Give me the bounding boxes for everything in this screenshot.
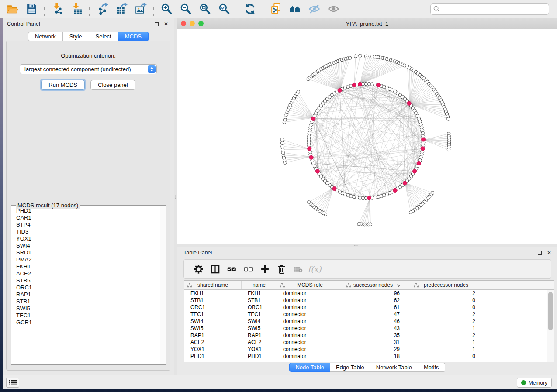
zoom-out-icon[interactable]	[176, 1, 195, 17]
column-header-name[interactable]: name	[242, 281, 277, 289]
table-row[interactable]: YOX1YOX1connector291	[184, 346, 547, 353]
show-columns-icon[interactable]	[207, 261, 223, 276]
show-all-icon[interactable]	[324, 1, 343, 17]
cell: 2	[411, 311, 481, 317]
cell: 2	[411, 290, 481, 296]
cell: ACE2	[242, 339, 277, 345]
export-image-icon[interactable]	[131, 1, 150, 17]
network-canvas[interactable]	[177, 29, 557, 244]
tab-style[interactable]: Style	[63, 32, 89, 41]
cell: 29	[343, 346, 411, 352]
table-scrollbar[interactable]	[547, 290, 554, 362]
splitter-grip[interactable]	[175, 195, 176, 199]
tab-mcds[interactable]: MCDS	[118, 32, 149, 41]
first-neighbors-icon[interactable]	[285, 1, 304, 17]
network-window: YPA_prune.txt_1	[177, 18, 557, 244]
float-panel-icon[interactable]	[536, 250, 543, 256]
run-mcds-button[interactable]: Run MCDS	[41, 80, 85, 90]
sort-desc-icon[interactable]	[397, 282, 401, 288]
mcds-result-scrollbar[interactable]	[160, 206, 166, 364]
cell: dominator	[277, 304, 343, 310]
refresh-icon[interactable]	[240, 1, 259, 17]
table-row[interactable]: SWI5SWI5connector431	[184, 325, 547, 332]
close-panel-icon[interactable]: ✕	[163, 21, 170, 27]
table-panel-header: Table Panel ✕	[177, 247, 557, 258]
splitter-grip[interactable]	[354, 245, 358, 246]
clone-network-icon[interactable]	[266, 1, 285, 17]
table-row[interactable]: STB1STB1dominator620	[184, 297, 547, 304]
table-row[interactable]: FKH1FKH1dominator962	[184, 290, 547, 297]
add-column-icon[interactable]	[256, 261, 273, 276]
close-panel-icon[interactable]: ✕	[546, 250, 553, 256]
toolbar-separator	[89, 3, 90, 16]
delete-column-icon[interactable]	[273, 261, 290, 276]
cell: FKH1	[242, 290, 277, 296]
mcds-result-item: FKH1	[16, 263, 159, 270]
save-icon[interactable]	[22, 1, 41, 17]
table-row[interactable]: ORC1ORC1dominator610	[184, 304, 547, 311]
mcds-result-item: SRD1	[16, 249, 159, 256]
float-panel-icon[interactable]	[153, 21, 160, 27]
cell: TEC1	[242, 311, 277, 317]
column-header-successor-nodes[interactable]: successor nodes	[343, 281, 411, 289]
cell: 2	[411, 332, 481, 338]
cell: 1	[411, 339, 481, 345]
zoom-fit-icon[interactable]	[195, 1, 214, 17]
export-network-icon[interactable]	[93, 1, 112, 17]
cell: ACE2	[184, 339, 242, 345]
import-network-icon[interactable]	[48, 1, 67, 17]
zoom-selected-icon[interactable]	[214, 1, 234, 17]
network-window-titlebar[interactable]: YPA_prune.txt_1	[177, 18, 557, 29]
table-row[interactable]: ACE2ACE2connector311	[184, 339, 547, 346]
select-all-icon[interactable]	[223, 261, 240, 276]
cell: RAP1	[184, 332, 242, 338]
mcds-result-item: CAR1	[16, 214, 159, 221]
cell: dominator	[277, 353, 343, 359]
column-header-mcds-role[interactable]: MCDS role	[277, 281, 343, 289]
tab-select[interactable]: Select	[89, 32, 118, 41]
search-input[interactable]	[430, 3, 549, 15]
cell: 43	[343, 325, 411, 331]
cell: connector	[277, 339, 343, 345]
column-label: predecessor nodes	[424, 282, 468, 288]
horizontal-splitter[interactable]	[177, 244, 557, 247]
toolbar-separator	[44, 3, 45, 16]
cell: 0	[411, 353, 481, 359]
mcds-result-list: PHD1CAR1STP4TID3YOX1SWI4SRD1PMA2FKH1ACE2…	[12, 207, 159, 364]
cell: dominator	[277, 297, 343, 303]
mcds-result-box: MCDS result (17 nodes) PHD1CAR1STP4TID3Y…	[11, 205, 166, 365]
optimization-criterion-select[interactable]: largest connected component (undirected)	[20, 64, 157, 74]
export-table-icon[interactable]	[112, 1, 131, 17]
zoom-in-icon[interactable]	[157, 1, 176, 17]
column-header-predecessor-nodes[interactable]: predecessor nodes	[411, 281, 481, 289]
table-row[interactable]: TEC1TEC1connector472	[184, 311, 547, 318]
tab-network-table[interactable]: Network Table	[370, 363, 418, 372]
cell: STB1	[184, 297, 242, 303]
open-folder-icon[interactable]	[3, 1, 22, 17]
deselect-all-icon[interactable]	[240, 261, 256, 276]
table-row[interactable]: PHD1PHD1dominator180	[184, 353, 547, 360]
memory-button[interactable]: Memory	[517, 378, 552, 388]
mcds-result-item: ORC1	[16, 284, 159, 291]
tab-motifs[interactable]: Motifs	[418, 363, 445, 372]
mcds-result-item: TID3	[16, 228, 159, 235]
import-table-icon[interactable]	[67, 1, 86, 17]
column-settings-icon[interactable]	[190, 261, 207, 276]
hide-selected-icon[interactable]	[304, 1, 324, 17]
table-panel: Table Panel ✕ f(x) shared namenameMCDS r…	[177, 247, 557, 375]
close-panel-button[interactable]: Close panel	[90, 80, 135, 90]
cell: ORC1	[242, 304, 277, 310]
column-header-shared-name[interactable]: shared name	[184, 281, 242, 289]
table-row[interactable]: SWI4SWI4dominator462	[184, 318, 547, 325]
cell: PHD1	[242, 353, 277, 359]
function-builder-icon: f(x)	[306, 261, 323, 276]
tab-node-table[interactable]: Node Table	[289, 363, 330, 372]
vertical-splitter[interactable]	[174, 18, 177, 375]
table-panel-title: Table Panel	[183, 250, 212, 256]
mcds-result-item: PHD1	[16, 207, 159, 214]
scrollbar-thumb[interactable]	[548, 292, 553, 330]
table-row[interactable]: RAP1RAP1dominator352	[184, 332, 547, 339]
tab-network[interactable]: Network	[28, 32, 63, 41]
show-panels-button[interactable]	[6, 378, 19, 388]
tab-edge-table[interactable]: Edge Table	[330, 363, 370, 372]
